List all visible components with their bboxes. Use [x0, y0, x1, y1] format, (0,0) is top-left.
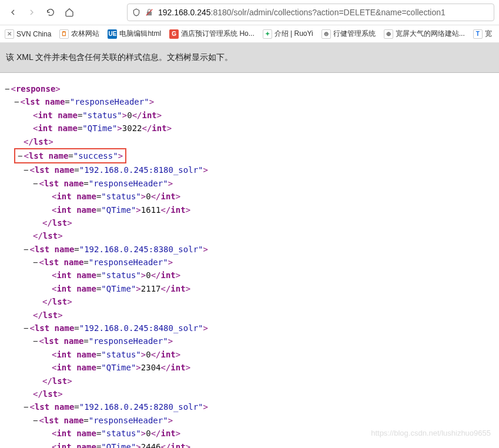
toggle-icon[interactable]: −	[18, 151, 22, 161]
toggle-icon[interactable]: −	[33, 179, 38, 188]
xml-response-header: −<lst name="responseHeader">	[14, 95, 494, 108]
url-text: 192.168.0.245:8180/solr/admin/collection…	[158, 8, 446, 17]
toggle-icon[interactable]: −	[24, 402, 28, 412]
bookmark-label: 行健管理系统	[333, 29, 376, 39]
arrow-left-icon	[8, 8, 18, 17]
toggle-icon[interactable]: −	[24, 245, 28, 254]
xml-node-2-close: </lst>	[33, 387, 494, 400]
toggle-icon[interactable]: −	[33, 336, 38, 346]
reload-icon	[46, 8, 55, 17]
bookmark-label: 宽屏大气的网络建站...	[396, 29, 465, 39]
arrow-right-icon	[27, 8, 36, 17]
bookmark-favicon: ✕	[5, 29, 14, 39]
xml-node-1-rh: −<lst name="responseHeader">	[33, 256, 494, 269]
back-button[interactable]	[5, 4, 21, 21]
xml-root: −<response>	[5, 82, 494, 95]
bookmark-item-6[interactable]: ⊕宽屏大气的网络建站...	[384, 29, 465, 39]
xml-success: −<lst name="success">	[14, 148, 126, 163]
xml-node-0-qtime: <int name="QTime">1611</int>	[52, 203, 494, 216]
xml-info-banner: 该 XML 文件并未包含任何关联的样式信息。文档树显示如下。	[0, 43, 499, 73]
bookmarks-bar: ✕SVN China🗒农林网站UE电脑编辑htmlG酒店预订管理系统 Ho...…	[0, 25, 499, 43]
bookmark-favicon: UE	[108, 29, 117, 39]
bookmark-item-5[interactable]: ⊚行健管理系统	[321, 29, 376, 39]
xml-status: <int name="status">0</int>	[33, 109, 494, 122]
xml-node-3-qtime: <int name="QTime">2446</int>	[52, 440, 494, 448]
url-bar[interactable]: 192.168.0.245:8180/solr/admin/collection…	[127, 4, 494, 21]
bookmark-item-0[interactable]: ✕SVN China	[5, 29, 51, 39]
toggle-icon[interactable]: −	[14, 97, 19, 106]
bookmark-favicon: ✦	[263, 29, 272, 39]
xml-node-0-rh-close: </lst>	[42, 216, 494, 229]
xml-node-2-qtime: <int name="QTime">2304</int>	[52, 361, 494, 374]
xml-node-0: −<lst name="192.168.0.245:8180_solr">	[24, 163, 494, 176]
bookmark-item-3[interactable]: G酒店预订管理系统 Ho...	[169, 29, 254, 39]
xml-node-2-rh: −<lst name="responseHeader">	[33, 335, 494, 347]
toggle-icon[interactable]: −	[24, 323, 28, 333]
bookmark-favicon: 🗒	[59, 29, 69, 39]
reload-button[interactable]	[42, 4, 59, 21]
toggle-icon[interactable]: −	[5, 84, 9, 93]
xml-node-3: −<lst name="192.168.0.245:8280_solr">	[24, 400, 494, 413]
xml-node-1: −<lst name="192.168.0.245:8380_solr">	[24, 243, 494, 256]
toggle-icon[interactable]: −	[24, 165, 28, 175]
bookmark-favicon: G	[169, 29, 179, 39]
xml-node-2-rh-close: </lst>	[42, 375, 494, 387]
bookmark-label: 酒店预订管理系统 Ho...	[181, 29, 254, 39]
home-icon	[65, 8, 74, 17]
xml-node-2: −<lst name="192.168.0.245:8480_solr">	[24, 322, 494, 335]
bookmark-item-7[interactable]: T宽	[473, 29, 492, 39]
xml-node-1-close: </lst>	[33, 309, 494, 322]
bookmark-item-4[interactable]: ✦介绍 | RuoYi	[263, 29, 313, 39]
bookmark-item-2[interactable]: UE电脑编辑html	[108, 29, 161, 39]
bookmark-label: 介绍 | RuoYi	[274, 29, 313, 39]
toggle-icon[interactable]: −	[33, 258, 38, 267]
xml-node-0-status: <int name="status">0</int>	[52, 190, 494, 203]
home-button[interactable]	[61, 4, 78, 21]
xml-close-lst: </lst>	[24, 135, 494, 148]
forward-button[interactable]	[24, 4, 40, 21]
shield-icon	[132, 8, 140, 16]
bookmark-label: 电脑编辑html	[119, 29, 161, 39]
xml-node-0-rh: −<lst name="responseHeader">	[33, 177, 494, 190]
bookmark-favicon: ⊕	[384, 29, 393, 39]
bookmark-item-1[interactable]: 🗒农林网站	[59, 29, 99, 39]
bookmark-favicon: T	[473, 29, 483, 39]
bookmark-label: 农林网站	[71, 29, 99, 39]
xml-node-3-rh: −<lst name="responseHeader">	[33, 414, 494, 427]
bookmark-label: SVN China	[16, 30, 51, 38]
insecure-lock-icon	[145, 8, 153, 16]
bookmark-favicon: ⊚	[321, 29, 331, 39]
bookmark-label: 宽	[485, 29, 492, 39]
watermark: https://blog.csdn.net/lushizhuo9655	[371, 429, 491, 437]
xml-node-1-qtime: <int name="QTime">2117</int>	[52, 282, 494, 295]
xml-qtime: <int name="QTime">3022</int>	[33, 122, 494, 135]
xml-node-0-close: </lst>	[33, 229, 494, 242]
xml-node-1-rh-close: </lst>	[42, 295, 494, 308]
xml-tree: −<response>−<lst name="responseHeader"><…	[0, 73, 499, 448]
browser-nav-bar: 192.168.0.245:8180/solr/admin/collection…	[0, 0, 499, 25]
toggle-icon[interactable]: −	[33, 416, 38, 425]
xml-node-1-status: <int name="status">0</int>	[52, 269, 494, 282]
xml-node-2-status: <int name="status">0</int>	[52, 348, 494, 361]
